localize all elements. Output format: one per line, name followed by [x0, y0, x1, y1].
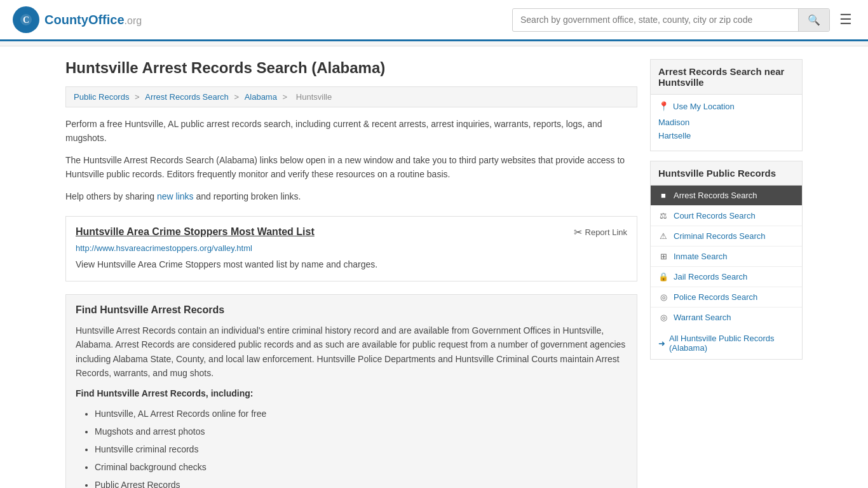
search-input[interactable]	[513, 10, 798, 30]
sidebar-nav-item-court-records-search[interactable]: ⚖Court Records Search	[651, 206, 802, 226]
page-title: Huntsville Arrest Records Search (Alabam…	[65, 59, 637, 77]
sidebar-nearby-links: MadisonHartselle	[658, 118, 794, 140]
sidebar-near-content: 📍 Use My Location MadisonHartselle	[651, 95, 802, 151]
sidebar-nav-item-inmate-search[interactable]: ⊞Inmate Search	[651, 247, 802, 267]
breadcrumb-sep-1: >	[135, 92, 142, 102]
nav-item-label: Jail Records Search	[674, 272, 747, 281]
list-item: Huntsville, AL Arrest Records online for…	[95, 405, 627, 423]
main-content: Huntsville Arrest Records Search (Alabam…	[65, 59, 637, 488]
nav-item-label: Arrest Records Search	[674, 191, 757, 200]
report-link-label: Report Link	[585, 227, 627, 237]
report-link-button[interactable]: ✂ Report Link	[574, 226, 627, 238]
list-item: Huntsville criminal records	[95, 440, 627, 458]
report-icon: ✂	[574, 226, 582, 238]
breadcrumb-arrest-records[interactable]: Arrest Records Search	[145, 92, 229, 102]
sidebar-all-link[interactable]: ➜ All Huntsville Public Records (Alabama…	[651, 327, 802, 359]
nav-item-label: Criminal Records Search	[674, 231, 766, 241]
breadcrumb-sep-3: >	[283, 92, 290, 102]
list-item: Public Arrest Records	[95, 476, 627, 488]
description-p1: Perform a free Huntsville, AL public arr…	[65, 117, 637, 146]
search-bar: 🔍	[512, 8, 830, 32]
sidebar: Arrest Records Search near Huntsville 📍 …	[650, 59, 803, 488]
use-my-location-button[interactable]: 📍 Use My Location	[658, 101, 794, 111]
nav-item-label: Police Records Search	[674, 292, 757, 302]
find-section-body: Huntsville Arrest Records contain an ind…	[76, 323, 627, 381]
link-card: Huntsville Area Crime Stoppers Most Want…	[65, 216, 637, 281]
logo-org: .org	[125, 15, 142, 26]
sidebar-nearby-city[interactable]: Madison	[658, 118, 794, 127]
top-divider	[0, 41, 868, 46]
sidebar-nav-item-warrant-search[interactable]: ◎Warrant Search	[651, 308, 802, 327]
use-location-label: Use My Location	[673, 102, 735, 111]
arrow-icon: ➜	[658, 339, 665, 348]
find-section-title: Find Huntsville Arrest Records	[76, 304, 627, 316]
nav-item-icon: ◎	[658, 313, 668, 322]
logo-area: C CountyOffice.org	[13, 6, 142, 33]
logo-icon: C	[13, 6, 39, 33]
nav-item-icon: ⚖	[658, 211, 668, 220]
hamburger-menu-icon[interactable]: ☰	[836, 8, 855, 31]
nav-item-icon: ■	[658, 191, 668, 200]
header: C CountyOffice.org 🔍 ☰	[0, 0, 868, 41]
nav-item-icon: ⚠	[658, 231, 668, 241]
sidebar-nav-item-criminal-records-search[interactable]: ⚠Criminal Records Search	[651, 226, 802, 247]
svg-text:C: C	[23, 15, 29, 25]
new-links-link[interactable]: new links	[157, 191, 194, 201]
sidebar-near-section: Arrest Records Search near Huntsville 📍 …	[650, 59, 803, 151]
location-icon: 📍	[658, 101, 669, 111]
main-container: Huntsville Arrest Records Search (Alabam…	[53, 46, 815, 488]
search-button[interactable]: 🔍	[798, 9, 829, 31]
logo-name: CountyOffice	[44, 13, 125, 27]
sidebar-nearby-city[interactable]: Hartselle	[658, 131, 794, 140]
sidebar-near-header: Arrest Records Search near Huntsville	[651, 60, 802, 95]
nav-item-label: Warrant Search	[674, 313, 731, 322]
nav-item-label: Inmate Search	[674, 252, 728, 261]
logo-text: CountyOffice.org	[44, 13, 142, 27]
sidebar-nav-item-police-records-search[interactable]: ◎Police Records Search	[651, 287, 802, 308]
nav-item-icon: 🔒	[658, 272, 668, 281]
breadcrumb-sep-2: >	[234, 92, 241, 102]
breadcrumb-huntsville: Huntsville	[296, 92, 332, 102]
find-section: Find Huntsville Arrest Records Huntsvill…	[65, 294, 637, 488]
nav-item-label: Court Records Search	[674, 211, 756, 220]
description-p3-suffix: and reporting broken links.	[194, 191, 301, 201]
breadcrumb-public-records[interactable]: Public Records	[74, 92, 129, 102]
nav-item-icon: ⊞	[658, 252, 668, 261]
list-item: Criminal background checks	[95, 458, 627, 476]
description-p3-prefix: Help others by sharing	[65, 191, 157, 201]
link-card-url[interactable]: http://www.hsvareacrimestoppers.org/vall…	[76, 243, 627, 253]
link-card-title[interactable]: Huntsville Area Crime Stoppers Most Want…	[76, 226, 315, 238]
list-item: Mugshots and arrest photos	[95, 423, 627, 440]
sidebar-public-records-section: Huntsville Public Records ■Arrest Record…	[650, 161, 803, 360]
sidebar-nav-item-arrest-records-search[interactable]: ■Arrest Records Search	[651, 186, 802, 206]
find-list: Huntsville, AL Arrest Records online for…	[76, 405, 627, 488]
sidebar-public-records-header: Huntsville Public Records	[651, 161, 802, 186]
description-p2: The Huntsville Arrest Records Search (Al…	[65, 153, 637, 182]
description-p3: Help others by sharing new links and rep…	[65, 189, 637, 203]
sidebar-all-label: All Huntsville Public Records (Alabama)	[669, 334, 794, 353]
breadcrumb: Public Records > Arrest Records Search >…	[65, 86, 637, 107]
header-right: 🔍 ☰	[512, 8, 855, 32]
link-card-header: Huntsville Area Crime Stoppers Most Want…	[76, 226, 627, 238]
find-list-title: Find Huntsville Arrest Records, includin…	[76, 388, 627, 398]
sidebar-nav: ■Arrest Records Search⚖Court Records Sea…	[651, 186, 802, 327]
nav-item-icon: ◎	[658, 292, 668, 302]
sidebar-nav-item-jail-records-search[interactable]: 🔒Jail Records Search	[651, 267, 802, 287]
link-card-description: View Huntsville Area Crime Stoppers most…	[76, 258, 627, 271]
breadcrumb-alabama[interactable]: Alabama	[245, 92, 277, 102]
